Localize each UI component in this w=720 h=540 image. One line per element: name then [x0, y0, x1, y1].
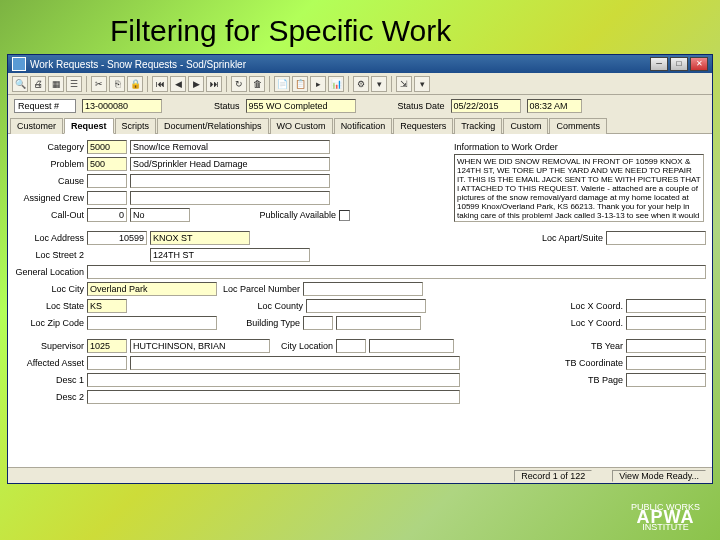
category-code-field[interactable]: 5000: [87, 140, 127, 154]
request-number-field[interactable]: 13-000080: [82, 99, 162, 113]
request-label: Request #: [14, 99, 76, 113]
export-icon[interactable]: ⇲: [396, 76, 412, 92]
tbyear-label: TB Year: [563, 341, 623, 351]
locxcoord-field[interactable]: [626, 299, 706, 313]
locapt-field[interactable]: [606, 231, 706, 245]
refresh-icon[interactable]: ↻: [231, 76, 247, 92]
tab-tracking[interactable]: Tracking: [454, 118, 502, 134]
tab-wocustom[interactable]: WO Custom: [270, 118, 333, 134]
category-label: Category: [14, 142, 84, 152]
locstreet2-label: Loc Street 2: [14, 250, 84, 260]
genloc-label: General Location: [14, 267, 84, 277]
desc1-field[interactable]: [87, 373, 460, 387]
desc1-label: Desc 1: [14, 375, 84, 385]
form1-icon[interactable]: 📄: [274, 76, 290, 92]
bldgtype-desc-field[interactable]: [336, 316, 421, 330]
genloc-field[interactable]: [87, 265, 706, 279]
toolbar: 🔍 🖨 ▦ ☰ ✂ ⎘ 🔒 ⏮ ◀ ▶ ⏭ ↻ 🗑 📄 📋 ▸ 📊 ⚙ ▾ ⇲ …: [8, 73, 712, 95]
next-icon[interactable]: ▶: [188, 76, 204, 92]
problem-code-field[interactable]: 500: [87, 157, 127, 171]
locaddr-num-field[interactable]: 10599: [87, 231, 147, 245]
desc2-field[interactable]: [87, 390, 460, 404]
bldgtype-code-field[interactable]: [303, 316, 333, 330]
category-desc-field[interactable]: Snow/Ice Removal: [130, 140, 330, 154]
locstate-label: Loc State: [14, 301, 84, 311]
first-icon[interactable]: ⏮: [152, 76, 168, 92]
tab-requesters[interactable]: Requesters: [393, 118, 453, 134]
loccounty-field[interactable]: [306, 299, 426, 313]
copy-icon[interactable]: ⎘: [109, 76, 125, 92]
locxcoord-label: Loc X Coord.: [563, 301, 623, 311]
close-button[interactable]: ✕: [690, 57, 708, 71]
locaddr-street-field[interactable]: KNOX ST: [150, 231, 250, 245]
cause-desc-field[interactable]: [130, 174, 330, 188]
loccounty-label: Loc County: [223, 301, 303, 311]
minimize-button[interactable]: ─: [650, 57, 668, 71]
desc2-label: Desc 2: [14, 392, 84, 402]
supervisor-label: Supervisor: [14, 341, 84, 351]
locycoord-field[interactable]: [626, 316, 706, 330]
grid-icon[interactable]: ▦: [48, 76, 64, 92]
statusdate-time-field[interactable]: 08:32 AM: [527, 99, 582, 113]
tab-comments[interactable]: Comments: [549, 118, 607, 134]
titlebar: Work Requests - Snow Requests - Sod/Spri…: [8, 55, 712, 73]
flag-icon[interactable]: ▸: [310, 76, 326, 92]
locstreet2-field[interactable]: 124TH ST: [150, 248, 310, 262]
affected-code-field[interactable]: [87, 356, 127, 370]
loccity-field[interactable]: Overland Park: [87, 282, 217, 296]
locstate-field[interactable]: KS: [87, 299, 127, 313]
tab-strip: Customer Request Scripts Document/Relati…: [8, 117, 712, 134]
status-field[interactable]: 955 WO Completed: [246, 99, 356, 113]
maximize-button[interactable]: □: [670, 57, 688, 71]
callout-code-field[interactable]: 0: [87, 208, 127, 222]
view-mode: View Mode Ready...: [612, 470, 706, 482]
pubavail-checkbox[interactable]: [339, 210, 350, 221]
cityloc-desc-field[interactable]: [369, 339, 454, 353]
tbyear-field[interactable]: [626, 339, 706, 353]
statusdate-date-field[interactable]: 05/22/2015: [451, 99, 521, 113]
window-title: Work Requests - Snow Requests - Sod/Spri…: [30, 59, 246, 70]
search-icon[interactable]: 🔍: [12, 76, 28, 92]
tab-custom[interactable]: Custom: [503, 118, 548, 134]
callout-desc-field[interactable]: No: [130, 208, 190, 222]
tree-icon[interactable]: ☰: [66, 76, 82, 92]
tab-scripts[interactable]: Scripts: [115, 118, 157, 134]
info-textarea[interactable]: WHEN WE DID SNOW REMOVAL IN FRONT OF 105…: [454, 154, 704, 222]
lock-icon[interactable]: 🔒: [127, 76, 143, 92]
tool1-icon[interactable]: ⚙: [353, 76, 369, 92]
tool2-icon[interactable]: ▾: [371, 76, 387, 92]
form2-icon[interactable]: 📋: [292, 76, 308, 92]
loczip-field[interactable]: [87, 316, 217, 330]
locparcel-label: Loc Parcel Number: [220, 284, 300, 294]
assigned-code-field[interactable]: [87, 191, 127, 205]
locaddr-label: Loc Address: [14, 233, 84, 243]
cut-icon[interactable]: ✂: [91, 76, 107, 92]
supervisor-code-field[interactable]: 1025: [87, 339, 127, 353]
tab-notification[interactable]: Notification: [334, 118, 393, 134]
chart-icon[interactable]: 📊: [328, 76, 344, 92]
cause-code-field[interactable]: [87, 174, 127, 188]
delete-icon[interactable]: 🗑: [249, 76, 265, 92]
cityloc-code-field[interactable]: [336, 339, 366, 353]
logo-mid: APWA: [631, 512, 700, 522]
tbpage-field[interactable]: [626, 373, 706, 387]
assigned-desc-field[interactable]: [130, 191, 330, 205]
print-icon[interactable]: 🖨: [30, 76, 46, 92]
more-icon[interactable]: ▾: [414, 76, 430, 92]
tab-documents[interactable]: Document/Relationships: [157, 118, 269, 134]
problem-desc-field[interactable]: Sod/Sprinkler Head Damage: [130, 157, 330, 171]
callout-label: Call-Out: [14, 210, 84, 220]
affected-label: Affected Asset: [14, 358, 84, 368]
apwa-logo: PUBLIC WORKS APWA INSTITUTE: [631, 502, 700, 532]
tbcoord-field[interactable]: [626, 356, 706, 370]
cityloc-label: City Location: [273, 341, 333, 351]
problem-label: Problem: [14, 159, 84, 169]
tab-request[interactable]: Request: [64, 118, 114, 134]
locparcel-field[interactable]: [303, 282, 423, 296]
tab-customer[interactable]: Customer: [10, 118, 63, 134]
loccity-label: Loc City: [14, 284, 84, 294]
supervisor-name-field[interactable]: HUTCHINSON, BRIAN: [130, 339, 270, 353]
last-icon[interactable]: ⏭: [206, 76, 222, 92]
prev-icon[interactable]: ◀: [170, 76, 186, 92]
affected-desc-field[interactable]: [130, 356, 460, 370]
